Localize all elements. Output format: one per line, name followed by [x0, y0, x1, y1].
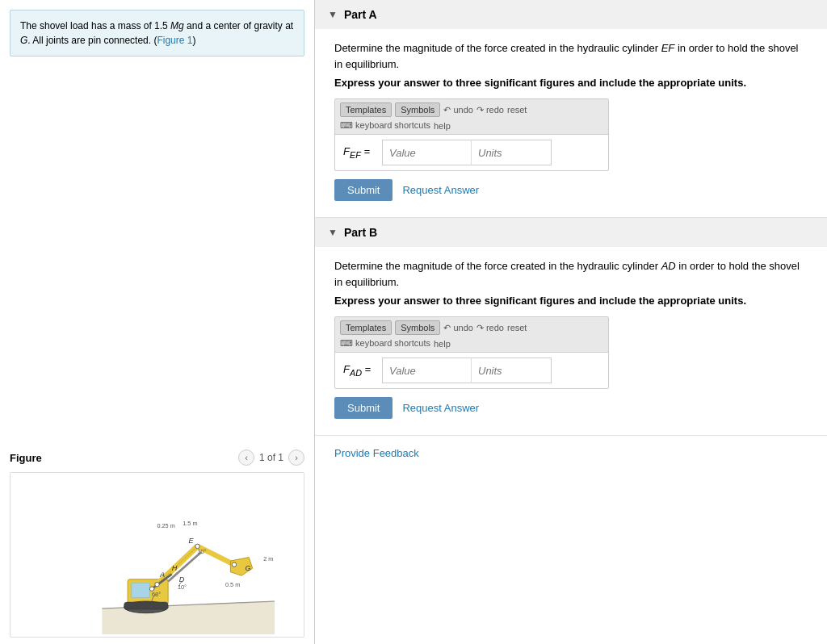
svg-text:H: H [172, 564, 178, 572]
svg-text:0.25 m: 0.25 m [157, 522, 175, 529]
svg-point-24 [232, 562, 236, 567]
part-b-section: ▼ Part B Determine the magnitude of the … [315, 218, 827, 436]
svg-text:30°: 30° [198, 548, 207, 555]
svg-point-23 [195, 544, 199, 548]
part-b-editor: Templates Symbols ↶ undo ↷ redo reset ⌨ … [334, 316, 609, 389]
feedback-section: Provide Feedback [315, 436, 827, 470]
figure-title: Figure [10, 452, 42, 464]
part-b-description: Determine the magnitude of the force cre… [334, 258, 808, 290]
part-b-help-btn[interactable]: help [434, 339, 451, 349]
part-a-editor: Templates Symbols ↶ undo ↷ redo reset ⌨ … [334, 98, 609, 171]
svg-text:1.5 m: 1.5 m [183, 520, 197, 527]
svg-text:0.5 m: 0.5 m [225, 581, 240, 588]
svg-text:10°: 10° [178, 583, 187, 591]
part-b-units-input[interactable] [471, 358, 552, 383]
part-a-toolbar: Templates Symbols ↶ undo ↷ redo reset ⌨ … [335, 99, 608, 135]
part-a-header[interactable]: ▼ Part A [315, 0, 827, 29]
part-b-keyboard-btn[interactable]: ⌨ keyboard shortcuts [340, 338, 430, 349]
part-b-label: Part B [344, 226, 377, 239]
part-a-request-answer-link[interactable]: Request Answer [402, 184, 479, 196]
part-a-templates-btn[interactable]: Templates [340, 102, 392, 117]
part-b-actions: Submit Request Answer [334, 397, 808, 419]
svg-text:A: A [159, 571, 165, 579]
figure-prev-button[interactable]: ‹ [238, 450, 254, 466]
part-a-instruction: Express your answer to three significant… [334, 77, 808, 89]
part-a-section: ▼ Part A Determine the magnitude of the … [315, 0, 827, 218]
part-b-toolbar: Templates Symbols ↶ undo ↷ redo reset ⌨ … [335, 317, 608, 353]
part-b-reset-btn[interactable]: reset [507, 323, 527, 332]
part-b-value-input[interactable] [382, 358, 471, 383]
part-b-redo-btn[interactable]: ↷ redo [476, 323, 504, 333]
part-a-submit-button[interactable]: Submit [334, 179, 393, 201]
part-b-submit-button[interactable]: Submit [334, 397, 393, 419]
part-a-value-input[interactable] [382, 140, 471, 165]
part-b-input-row: FAD = [335, 353, 608, 388]
right-panel: ▼ Part A Determine the magnitude of the … [315, 0, 827, 644]
svg-rect-4 [124, 602, 169, 609]
svg-point-22 [155, 582, 159, 586]
provide-feedback-link[interactable]: Provide Feedback [334, 447, 419, 459]
part-b-symbols-btn[interactable]: Symbols [395, 320, 440, 335]
part-b-collapse-icon: ▼ [328, 227, 338, 238]
figure-diagram: E H D A G 0.25 m 1.5 m 2 m 0.5 m 60° 10°… [10, 473, 304, 634]
left-panel: The shovel load has a mass of 1.5 Mg and… [0, 0, 315, 644]
part-a-units-input[interactable] [471, 140, 552, 165]
part-a-collapse-icon: ▼ [328, 9, 338, 20]
part-a-description: Determine the magnitude of the force cre… [334, 40, 808, 72]
figure-page-label: 1 of 1 [259, 452, 283, 463]
part-a-symbols-btn[interactable]: Symbols [395, 102, 440, 117]
part-b-undo-btn[interactable]: ↶ undo [443, 323, 473, 333]
figure-image-area: E H D A G 0.25 m 1.5 m 2 m 0.5 m 60° 10°… [10, 472, 304, 638]
svg-text:E: E [189, 537, 195, 545]
figure-header: Figure ‹ 1 of 1 › [10, 450, 304, 466]
part-a-keyboard-btn[interactable]: ⌨ keyboard shortcuts [340, 120, 430, 131]
part-a-actions: Submit Request Answer [334, 179, 808, 201]
part-a-redo-btn[interactable]: ↷ redo [476, 105, 504, 115]
figure-section: Figure ‹ 1 of 1 › [0, 443, 314, 644]
problem-statement: The shovel load has a mass of 1.5 Mg and… [10, 10, 304, 56]
svg-point-25 [149, 587, 153, 591]
svg-text:2 m: 2 m [263, 555, 273, 562]
part-b-header[interactable]: ▼ Part B [315, 218, 827, 247]
part-b-body: Determine the magnitude of the force cre… [315, 247, 827, 435]
part-b-templates-btn[interactable]: Templates [340, 320, 392, 335]
part-a-body: Determine the magnitude of the force cre… [315, 29, 827, 217]
part-a-reset-btn[interactable]: reset [507, 105, 527, 115]
part-a-input-row: FEF = [335, 135, 608, 170]
part-b-request-answer-link[interactable]: Request Answer [402, 402, 479, 414]
part-a-label: Part A [344, 8, 377, 21]
figure-link[interactable]: Figure 1 [157, 35, 192, 46]
part-b-math-label: FAD = [343, 363, 376, 378]
svg-rect-2 [132, 583, 150, 597]
part-a-undo-btn[interactable]: ↶ undo [443, 105, 473, 115]
part-b-instruction: Express your answer to three significant… [334, 295, 808, 307]
svg-text:G: G [246, 564, 251, 572]
part-a-help-btn[interactable]: help [434, 121, 451, 131]
part-a-math-label: FEF = [343, 145, 376, 160]
figure-nav: ‹ 1 of 1 › [238, 450, 304, 466]
figure-next-button[interactable]: › [288, 450, 304, 466]
